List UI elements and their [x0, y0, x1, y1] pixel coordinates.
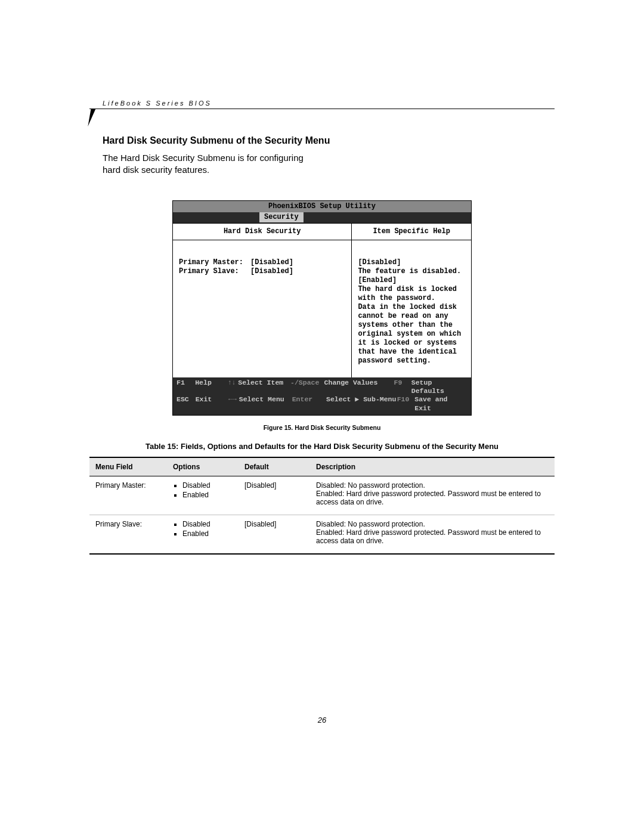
help-line: systems other than the [358, 321, 465, 330]
fkey: F9 [394, 379, 411, 396]
th-options: Options [167, 457, 239, 476]
fkey: ESC [177, 395, 196, 413]
help-line: that have the identical [358, 348, 465, 357]
intro-text: The Hard Disk Security Submenu is for co… [103, 152, 555, 176]
bios-screenshot: PhoenixBIOS Setup Utility Security Hard … [172, 200, 472, 416]
help-line: [Enabled] [358, 276, 465, 285]
option-item: Enabled [182, 491, 233, 499]
options-table: Menu Field Options Default Description P… [89, 457, 555, 555]
option-item: Disabled [182, 481, 233, 490]
table-row: Primary Slave: Disabled Enabled [Disable… [89, 515, 555, 555]
fkey: F10 [397, 395, 415, 413]
help-line: The hard disk is locked [358, 285, 465, 294]
option-item: Disabled [182, 520, 233, 528]
bios-field-label: Primary Slave: [179, 267, 250, 276]
arrow-icon: ←→ [226, 395, 239, 413]
table-row: Primary Master: Disabled Enabled [Disabl… [89, 476, 555, 515]
page-number: 26 [0, 716, 644, 724]
arrow-icon: ↑↓ [225, 379, 238, 396]
cell-default: [Disabled] [239, 515, 310, 555]
table-caption: Table 15: Fields, Options and Defaults f… [89, 442, 555, 451]
bios-footer: F1 Help ↑↓ Select Item -/Space Change Va… [173, 377, 471, 416]
fkey: -/Space [290, 379, 324, 396]
bios-right-heading: Item Specific Help [352, 224, 471, 240]
intro-line: hard disk security features. [103, 165, 209, 175]
cell-field: Primary Slave: [89, 515, 167, 555]
bios-field-value: [Disabled] [250, 258, 293, 267]
bios-left-heading: Hard Disk Security [173, 224, 351, 240]
help-line: cannot be read on any [358, 312, 465, 321]
fkey-label: Select ▶ Sub-Menu [326, 395, 397, 413]
cell-field: Primary Master: [89, 476, 167, 515]
accent-mark [88, 109, 95, 126]
cell-description: Disabled: No password protection. Enable… [310, 515, 555, 555]
help-line: original system on which [358, 330, 465, 339]
cell-options: Disabled Enabled [167, 515, 239, 555]
bios-field-label: Primary Master: [179, 258, 250, 267]
bios-help-text: [Disabled] The feature is disabled. [Ena… [352, 240, 471, 371]
bios-field-row: Primary Slave: [Disabled] [179, 267, 345, 276]
cell-default: [Disabled] [239, 476, 310, 515]
bios-tab-security: Security [259, 212, 304, 222]
help-line: it is locked or systems [358, 339, 465, 348]
figure-caption: Figure 15. Hard Disk Security Submenu [89, 424, 555, 431]
help-line: Data in the locked disk [358, 303, 465, 312]
fkey: F1 [177, 379, 195, 396]
fkey-label: Help [195, 379, 225, 396]
fkey-label: Select Item [238, 379, 290, 396]
fkey-label: Setup Defaults [411, 379, 467, 396]
bios-tabbar: Security [173, 212, 471, 223]
help-line: password setting. [358, 357, 465, 366]
bios-field-value: [Disabled] [250, 267, 293, 276]
intro-line: The Hard Disk Security Submenu is for co… [103, 153, 304, 163]
help-line: [Disabled] [358, 258, 465, 267]
th-description: Description [310, 457, 555, 476]
fkey: Enter [292, 395, 326, 413]
th-default: Default [239, 457, 310, 476]
help-line: with the password. [358, 294, 465, 303]
fkey-label: Select Menu [239, 395, 292, 413]
option-item: Enabled [182, 529, 233, 538]
fkey-label: Change Values [324, 379, 394, 396]
help-line: The feature is disabled. [358, 267, 465, 276]
running-header: LifeBook S Series BIOS [103, 100, 212, 107]
cell-options: Disabled Enabled [167, 476, 239, 515]
bios-title: PhoenixBIOS Setup Utility [173, 201, 471, 212]
bios-field-row: Primary Master: [Disabled] [179, 258, 345, 267]
cell-description: Disabled: No password protection. Enable… [310, 476, 555, 515]
fkey-label: Exit [196, 395, 226, 413]
fkey-label: Save and Exit [414, 395, 467, 413]
th-menu-field: Menu Field [89, 457, 167, 476]
section-heading: Hard Disk Security Submenu of the Securi… [103, 135, 555, 146]
